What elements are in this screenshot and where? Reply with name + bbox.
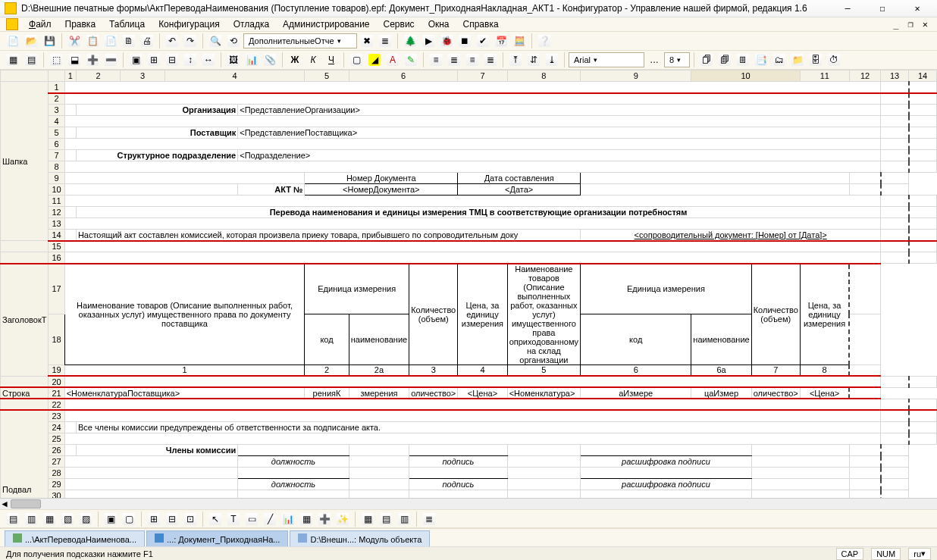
colwidth-icon[interactable]: ↔ — [200, 52, 217, 68]
col-header[interactable]: 6 — [349, 70, 457, 82]
valign-bot-icon[interactable]: ⤓ — [544, 52, 560, 68]
col-header[interactable]: 13 — [881, 70, 909, 82]
extra8-icon[interactable]: ⏱ — [826, 52, 842, 68]
split-icon[interactable]: ⬓ — [66, 52, 83, 68]
col-header[interactable]: 14 — [909, 70, 937, 82]
ungroup-icon[interactable]: ⊟ — [164, 52, 180, 68]
new-icon[interactable]: 📄 — [5, 33, 21, 49]
cell-u4[interactable]: цаИзмер — [691, 387, 751, 399]
border-icon[interactable]: ▢ — [348, 52, 365, 68]
font-size-combo[interactable]: 8▾ — [664, 52, 690, 67]
list-icon[interactable]: ≣ — [377, 33, 393, 49]
italic-icon[interactable]: К — [305, 52, 321, 68]
cells-icon[interactable]: ▦ — [5, 52, 21, 68]
calc-icon[interactable]: 🧮 — [511, 33, 528, 49]
row-header[interactable]: 18 — [49, 314, 64, 364]
value-docnum[interactable]: <НомерДокумента> — [305, 184, 458, 196]
pointer-icon[interactable]: ↖ — [207, 511, 224, 527]
save-icon[interactable]: 💾 — [41, 33, 58, 49]
bold-icon[interactable]: Ж — [287, 52, 303, 68]
row-header[interactable]: 22 — [49, 399, 64, 410]
pivot-icon[interactable]: ▦ — [298, 511, 315, 527]
valign-top-icon[interactable]: ⤒ — [507, 52, 524, 68]
extra1-icon[interactable]: 🗍 — [698, 52, 715, 68]
menu-file[interactable]: Файл — [23, 17, 58, 31]
calendar-icon[interactable]: 📅 — [493, 33, 509, 49]
spreadsheet[interactable]: 1 2 3 4 5 6 7 8 9 10 11 12 13 14 Шапка — [0, 70, 937, 498]
more-icon[interactable]: ≣ — [421, 511, 437, 527]
font-name-combo[interactable]: Arial▾ — [569, 52, 644, 67]
col-header[interactable]: 5 — [305, 70, 349, 82]
panel-5-icon[interactable]: ▨ — [77, 511, 94, 527]
text-icon[interactable]: T — [225, 511, 242, 527]
row-header[interactable]: 12 — [49, 207, 64, 218]
fill-icon[interactable]: ◢ — [366, 52, 383, 68]
value-supplier[interactable]: <ПредставлениеПоставщика> — [238, 127, 881, 139]
sheet-scroll[interactable]: 1 2 3 4 5 6 7 8 9 10 11 12 13 14 Шапка — [0, 70, 937, 498]
row-header[interactable]: 21 — [49, 387, 64, 399]
panel-10-icon[interactable]: ⊡ — [182, 511, 199, 527]
grid2-icon[interactable]: ▤ — [378, 511, 394, 527]
line-icon[interactable]: ╱ — [262, 511, 278, 527]
mdi-restore-button[interactable]: ❐ — [905, 19, 917, 30]
cell-qty2[interactable]: оличество> — [751, 387, 800, 399]
tree-icon[interactable]: 🌲 — [402, 33, 418, 49]
row-header[interactable]: 10 — [49, 184, 64, 196]
font-color-icon[interactable]: A — [384, 52, 401, 68]
barchart-icon[interactable]: 📊 — [280, 511, 296, 527]
copy-icon[interactable]: 📋 — [84, 33, 101, 49]
row-header[interactable]: 9 — [49, 173, 64, 184]
align-left-icon[interactable]: ≡ — [428, 52, 444, 68]
row-header[interactable]: 6 — [49, 139, 64, 150]
row-header[interactable]: 2 — [49, 93, 64, 105]
col-header[interactable]: 7 — [458, 70, 507, 82]
chart-icon[interactable]: 📊 — [243, 52, 260, 68]
stop-icon[interactable]: ⏹ — [456, 33, 473, 49]
row-header[interactable]: 24 — [49, 421, 64, 433]
extra5-icon[interactable]: 🗂 — [771, 52, 788, 68]
row-header[interactable]: 5 — [49, 127, 64, 139]
picture-icon[interactable]: 🖼 — [225, 52, 242, 68]
row-header[interactable]: 13 — [49, 218, 64, 230]
row-header[interactable]: 29 — [49, 478, 64, 490]
menu-admin[interactable]: Администрирование — [277, 17, 375, 31]
cell-price2[interactable]: <Цена> — [800, 387, 849, 399]
grid3-icon[interactable]: ▥ — [396, 511, 412, 527]
panel-6-icon[interactable]: ▣ — [102, 511, 119, 527]
menu-help[interactable]: Справка — [457, 17, 505, 31]
col-header[interactable]: 8 — [507, 70, 580, 82]
status-lang[interactable]: ru ▾ — [908, 548, 931, 560]
col-header[interactable]: 10 — [691, 70, 800, 82]
align-justify-icon[interactable]: ≣ — [482, 52, 499, 68]
row-header[interactable]: 23 — [49, 410, 64, 421]
grid-icon[interactable]: ▤ — [23, 52, 39, 68]
debugrun-icon[interactable]: 🐞 — [438, 33, 455, 49]
col-header[interactable]: 12 — [849, 70, 880, 82]
row-header[interactable]: 15 — [49, 241, 64, 252]
panel-8-icon[interactable]: ⊞ — [146, 511, 162, 527]
col-header[interactable]: 11 — [800, 70, 849, 82]
section-hat[interactable]: Шапка — [1, 82, 49, 241]
value-date[interactable]: <Дата> — [458, 184, 581, 196]
menu-debug[interactable]: Отладка — [227, 17, 275, 31]
menu-edit[interactable]: Правка — [59, 17, 102, 31]
tab-1[interactable]: ...\АктПереводаНаименова... — [5, 530, 145, 546]
row-header[interactable]: 1 — [49, 82, 64, 93]
extra4-icon[interactable]: 📑 — [753, 52, 769, 68]
row-header[interactable]: 4 — [49, 116, 64, 127]
syntax-icon[interactable]: ✔ — [475, 33, 491, 49]
menu-table[interactable]: Таблица — [103, 17, 151, 31]
row-header[interactable]: 17 — [49, 264, 64, 314]
magic-icon[interactable]: ✨ — [334, 511, 351, 527]
clear-icon[interactable]: ✖ — [359, 33, 375, 49]
horizontal-scrollbar[interactable]: ◄ — [0, 498, 937, 509]
insert-row-icon[interactable]: ➕ — [84, 52, 101, 68]
cell-nom1[interactable]: <НоменклатураПоставщика> — [64, 387, 305, 399]
extra6-icon[interactable]: 📁 — [789, 52, 806, 68]
menu-config[interactable]: Конфигурация — [152, 17, 226, 31]
rect-icon[interactable]: ▭ — [243, 511, 260, 527]
redo-icon[interactable]: ↷ — [182, 33, 199, 49]
panel-3-icon[interactable]: ▦ — [41, 511, 58, 527]
merge-icon[interactable]: ⬚ — [48, 52, 64, 68]
section-thead[interactable]: ЗаголовокТ — [1, 264, 49, 377]
